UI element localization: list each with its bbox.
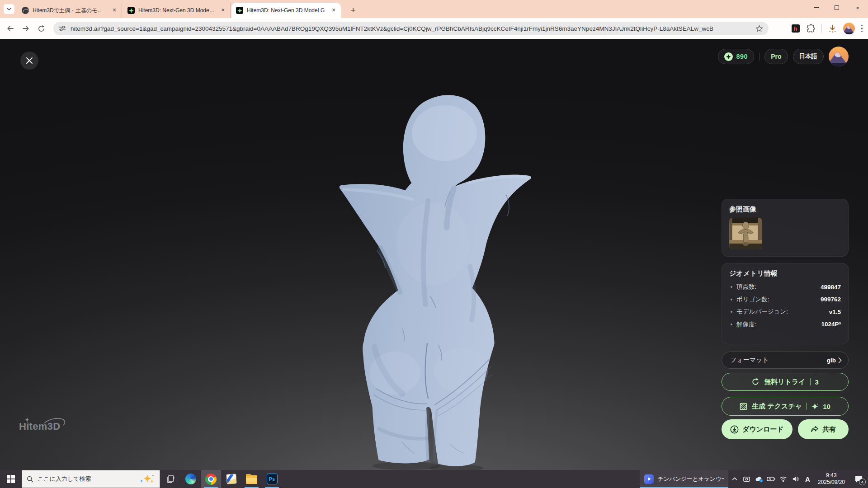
tab-close-button[interactable]: × bbox=[219, 7, 226, 14]
taskbar-chrome-button[interactable] bbox=[201, 470, 221, 488]
clock-date: 2025/09/20 bbox=[818, 479, 845, 486]
tab-search-button[interactable] bbox=[4, 4, 14, 14]
url-text: hitem3d.ai/?gad_source=1&gad_campaignid=… bbox=[71, 25, 751, 32]
geometry-info-panel: ジオメトリ情報 頂点数: 499847 ポリゴン数: 999762 モデルバージ… bbox=[722, 263, 849, 344]
h-extension-icon[interactable]: h bbox=[792, 24, 800, 33]
pro-badge[interactable]: Pro bbox=[764, 49, 788, 64]
reference-image-panel: 参照画像 bbox=[722, 199, 849, 257]
free-retry-button[interactable]: 無料リトライ 3 bbox=[722, 373, 849, 391]
texture-hatch-icon bbox=[740, 403, 747, 410]
tray-volume-button[interactable] bbox=[789, 470, 802, 488]
tray-wifi-button[interactable] bbox=[777, 470, 789, 488]
forward-button[interactable] bbox=[18, 21, 33, 36]
media-player-icon bbox=[644, 474, 654, 484]
reload-icon bbox=[38, 25, 45, 33]
media-player-window-button[interactable]: チンパンジーとオランウー... bbox=[640, 470, 728, 488]
taskbar-file-explorer-button[interactable] bbox=[241, 470, 262, 488]
window-minimize-button[interactable] bbox=[806, 0, 826, 15]
bullet-icon bbox=[731, 286, 732, 288]
tray-expand-button[interactable] bbox=[728, 470, 741, 488]
tab-3-active[interactable]: Hitem3D: Next-Gen 3D Model G × bbox=[231, 3, 341, 18]
screen: Hitem3Dで土偶・土器のモデリング × Hitem3D: Next-Gen … bbox=[0, 0, 868, 488]
geometry-row-vertices: 頂点数: 499847 bbox=[729, 283, 841, 291]
download-icon bbox=[730, 425, 739, 434]
watermark-sparkle-icon bbox=[25, 418, 29, 422]
tab-2[interactable]: Hitem3D: Next-Gen 3D Model G × bbox=[123, 3, 231, 18]
format-selector[interactable]: フォーマット glb bbox=[722, 352, 849, 369]
taskbar-edge-button[interactable] bbox=[180, 470, 201, 488]
media-window-title: チンパンジーとオランウー... bbox=[658, 475, 724, 483]
extensions-puzzle-icon[interactable] bbox=[806, 24, 815, 33]
globe-favicon bbox=[22, 7, 29, 14]
notification-badge: 4 bbox=[859, 479, 866, 485]
retry-label: 無料リトライ bbox=[764, 378, 805, 386]
button-divider bbox=[810, 378, 811, 385]
forward-arrow-icon bbox=[22, 24, 30, 33]
browser-menu-icon[interactable] bbox=[861, 25, 863, 33]
browser-profile-avatar[interactable] bbox=[843, 23, 855, 34]
fuji-avatar-image bbox=[843, 23, 855, 34]
edge-icon bbox=[185, 474, 196, 484]
share-button[interactable]: 共有 bbox=[798, 419, 849, 439]
clock-time: 9:43 bbox=[826, 472, 836, 479]
geometry-row-resolution: 解像度: 1024P³ bbox=[729, 320, 841, 328]
search-icon bbox=[27, 476, 33, 483]
tray-battery-button[interactable] bbox=[765, 470, 777, 488]
bookmark-star-icon[interactable] bbox=[755, 25, 763, 33]
tray-snip-button[interactable] bbox=[741, 470, 753, 488]
reload-button[interactable] bbox=[33, 21, 49, 36]
taskbar-photoshop-button[interactable]: Ps bbox=[262, 470, 282, 488]
dogu-photo-thumbnail bbox=[729, 218, 762, 249]
reference-thumbnail[interactable] bbox=[729, 218, 762, 249]
browser-tabstrip: Hitem3Dで土偶・土器のモデリング × Hitem3D: Next-Gen … bbox=[0, 0, 868, 18]
onedrive-cloud-icon: i bbox=[755, 476, 764, 483]
texture-count: 10 bbox=[823, 403, 830, 410]
toolbar-divider bbox=[821, 24, 822, 33]
coin-icon bbox=[724, 52, 733, 61]
taskbar-clock[interactable]: 9:43 2025/09/20 bbox=[814, 470, 849, 488]
tab-close-button[interactable]: × bbox=[330, 7, 337, 14]
sparkle-icon bbox=[811, 403, 818, 410]
back-arrow-icon bbox=[6, 24, 14, 33]
hitem3d-favicon bbox=[236, 7, 243, 14]
taskbar-search-box[interactable]: ここに入力して検索 bbox=[22, 470, 160, 488]
tab-title: Hitem3D: Next-Gen 3D Model G bbox=[138, 7, 216, 14]
task-view-icon bbox=[166, 474, 175, 483]
notification-center-button[interactable]: 4 bbox=[849, 470, 868, 488]
chevron-right-icon bbox=[838, 357, 842, 363]
site-settings-icon[interactable] bbox=[59, 25, 66, 32]
language-button[interactable]: 日本語 bbox=[793, 49, 824, 64]
new-tab-button[interactable]: + bbox=[347, 5, 359, 16]
tab-1[interactable]: Hitem3Dで土偶・土器のモデリング × bbox=[17, 3, 122, 18]
downloads-icon[interactable] bbox=[828, 24, 837, 33]
header-divider bbox=[759, 52, 760, 61]
texture-label: 生成 テクスチャ bbox=[752, 402, 802, 411]
taskbar-paint-app-button[interactable] bbox=[221, 470, 241, 488]
address-bar[interactable]: hitem3d.ai/?gad_source=1&gad_campaignid=… bbox=[53, 22, 769, 35]
ime-mode-indicator[interactable]: A bbox=[802, 470, 814, 488]
refresh-icon bbox=[751, 378, 760, 386]
model-viewport[interactable] bbox=[334, 95, 535, 471]
battery-plugged-icon bbox=[767, 476, 775, 482]
action-buttons-row: ダウンロード 共有 bbox=[722, 419, 849, 439]
close-viewer-button[interactable] bbox=[20, 52, 38, 70]
geometry-panel-title: ジオメトリ情報 bbox=[729, 269, 841, 278]
windows-taskbar: ここに入力して検索 Ps チンパンジーとオランウー... i bbox=[0, 470, 868, 488]
user-avatar[interactable] bbox=[829, 47, 849, 66]
points-pill[interactable]: 890 bbox=[718, 49, 754, 64]
format-value: glb bbox=[827, 357, 836, 364]
paint-app-icon bbox=[226, 474, 236, 484]
start-button[interactable] bbox=[0, 470, 22, 488]
window-maximize-button[interactable] bbox=[826, 0, 847, 15]
task-view-button[interactable] bbox=[160, 470, 180, 488]
back-button[interactable] bbox=[3, 21, 18, 36]
dogu-3d-model bbox=[334, 95, 535, 471]
close-icon bbox=[26, 57, 33, 64]
taskbar-spacer bbox=[282, 470, 640, 488]
tray-onedrive-button[interactable]: i bbox=[753, 470, 765, 488]
retry-count: 3 bbox=[815, 378, 819, 386]
tab-close-button[interactable]: × bbox=[111, 7, 118, 14]
download-button[interactable]: ダウンロード bbox=[722, 419, 793, 439]
window-close-button[interactable]: × bbox=[847, 0, 868, 15]
generate-texture-button[interactable]: 生成 テクスチャ 10 bbox=[722, 397, 849, 416]
